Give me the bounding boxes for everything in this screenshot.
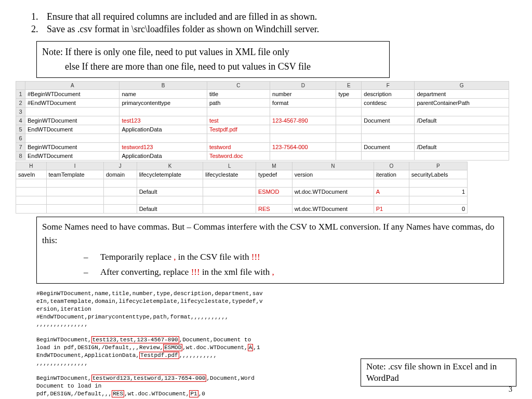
note-box-1: Note: If there is only one file, need to… bbox=[36, 41, 390, 78]
bottom-note-box: Note: .csv file shown in Excel and in Wo… bbox=[361, 358, 516, 387]
note2-intro: Some Names need to have commas. But – Co… bbox=[42, 220, 498, 247]
note1-line2: else If there are more than one file, ne… bbox=[42, 59, 384, 74]
note-box-2: Some Names need to have commas. But – Co… bbox=[36, 217, 504, 284]
instruction-2: Save as .csv format in \src\loadfiles fo… bbox=[47, 23, 319, 35]
page-number: 3 bbox=[509, 385, 512, 394]
note1-line1: Note: If there is only one file, need to… bbox=[42, 45, 384, 60]
instruction-1: Ensure that all required columns are inc… bbox=[47, 10, 317, 23]
excel-sheet-1: A B C D E F G 1#BeginWTDocumentnametitle… bbox=[16, 81, 509, 161]
excel-sheet-2: HIJKLMNOP saveInteamTemplatedomainlifecy… bbox=[16, 162, 468, 214]
instruction-list: 1.Ensure that all required columns are i… bbox=[31, 10, 516, 36]
